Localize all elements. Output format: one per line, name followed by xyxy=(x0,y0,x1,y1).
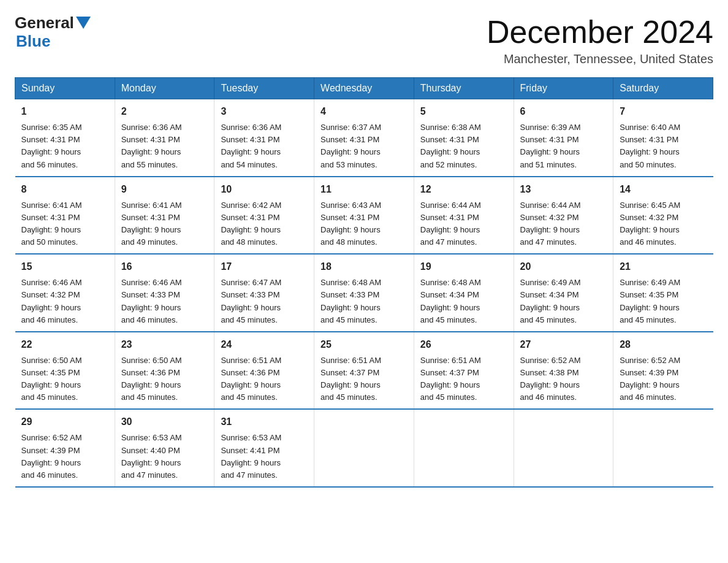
header-day-tuesday: Tuesday xyxy=(214,78,314,99)
calendar-day-cell: 27Sunrise: 6:52 AMSunset: 4:38 PMDayligh… xyxy=(514,332,613,410)
calendar-week-row: 8Sunrise: 6:41 AMSunset: 4:31 PMDaylight… xyxy=(15,177,713,255)
calendar-day-cell: 14Sunrise: 6:45 AMSunset: 4:32 PMDayligh… xyxy=(613,177,713,255)
calendar-day-cell: 2Sunrise: 6:36 AMSunset: 4:31 PMDaylight… xyxy=(115,99,214,177)
calendar-day-cell: 15Sunrise: 6:46 AMSunset: 4:32 PMDayligh… xyxy=(15,254,115,332)
day-info: Sunrise: 6:41 AMSunset: 4:31 PMDaylight:… xyxy=(21,199,108,249)
day-number: 7 xyxy=(620,104,707,119)
calendar-week-row: 1Sunrise: 6:35 AMSunset: 4:31 PMDaylight… xyxy=(15,99,713,177)
day-number: 19 xyxy=(420,259,507,274)
calendar-day-cell: 24Sunrise: 6:51 AMSunset: 4:36 PMDayligh… xyxy=(214,332,314,410)
header-day-saturday: Saturday xyxy=(613,78,713,99)
calendar-day-cell: 8Sunrise: 6:41 AMSunset: 4:31 PMDaylight… xyxy=(15,177,115,255)
day-number: 5 xyxy=(420,104,507,119)
day-number: 3 xyxy=(221,104,308,119)
day-number: 10 xyxy=(221,182,308,197)
day-info: Sunrise: 6:48 AMSunset: 4:33 PMDaylight:… xyxy=(320,277,408,326)
calendar-day-cell: 30Sunrise: 6:53 AMSunset: 4:40 PMDayligh… xyxy=(115,409,214,487)
day-number: 8 xyxy=(21,182,108,197)
calendar-day-cell xyxy=(514,409,613,487)
day-number: 11 xyxy=(320,182,408,197)
calendar-day-cell: 20Sunrise: 6:49 AMSunset: 4:34 PMDayligh… xyxy=(514,254,613,332)
calendar-day-cell: 28Sunrise: 6:52 AMSunset: 4:39 PMDayligh… xyxy=(613,332,713,410)
calendar-day-cell: 10Sunrise: 6:42 AMSunset: 4:31 PMDayligh… xyxy=(214,177,314,255)
day-number: 9 xyxy=(121,182,208,197)
calendar-week-row: 22Sunrise: 6:50 AMSunset: 4:35 PMDayligh… xyxy=(15,332,713,410)
day-info: Sunrise: 6:41 AMSunset: 4:31 PMDaylight:… xyxy=(121,199,208,249)
day-number: 13 xyxy=(520,182,607,197)
day-number: 25 xyxy=(320,337,408,352)
day-info: Sunrise: 6:53 AMSunset: 4:41 PMDaylight:… xyxy=(221,432,308,481)
day-info: Sunrise: 6:40 AMSunset: 4:31 PMDaylight:… xyxy=(620,121,707,171)
day-number: 1 xyxy=(21,104,108,119)
day-info: Sunrise: 6:51 AMSunset: 4:37 PMDaylight:… xyxy=(420,354,507,404)
header-day-monday: Monday xyxy=(115,78,214,99)
day-info: Sunrise: 6:50 AMSunset: 4:36 PMDaylight:… xyxy=(121,354,208,404)
day-info: Sunrise: 6:46 AMSunset: 4:32 PMDaylight:… xyxy=(21,277,108,326)
day-number: 22 xyxy=(21,337,108,352)
day-info: Sunrise: 6:35 AMSunset: 4:31 PMDaylight:… xyxy=(21,121,108,171)
calendar-day-cell: 17Sunrise: 6:47 AMSunset: 4:33 PMDayligh… xyxy=(214,254,314,332)
calendar-day-cell: 12Sunrise: 6:44 AMSunset: 4:31 PMDayligh… xyxy=(414,177,514,255)
calendar-day-cell: 21Sunrise: 6:49 AMSunset: 4:35 PMDayligh… xyxy=(613,254,713,332)
day-info: Sunrise: 6:45 AMSunset: 4:32 PMDaylight:… xyxy=(620,199,707,249)
calendar-day-cell: 23Sunrise: 6:50 AMSunset: 4:36 PMDayligh… xyxy=(115,332,214,410)
calendar-day-cell: 3Sunrise: 6:36 AMSunset: 4:31 PMDaylight… xyxy=(214,99,314,177)
header-day-sunday: Sunday xyxy=(15,78,115,99)
day-info: Sunrise: 6:42 AMSunset: 4:31 PMDaylight:… xyxy=(221,199,308,249)
calendar-day-cell: 18Sunrise: 6:48 AMSunset: 4:33 PMDayligh… xyxy=(314,254,414,332)
calendar-day-cell: 22Sunrise: 6:50 AMSunset: 4:35 PMDayligh… xyxy=(15,332,115,410)
calendar-day-cell: 7Sunrise: 6:40 AMSunset: 4:31 PMDaylight… xyxy=(613,99,713,177)
calendar-header: SundayMondayTuesdayWednesdayThursdayFrid… xyxy=(15,78,713,99)
day-number: 30 xyxy=(121,415,208,429)
day-info: Sunrise: 6:37 AMSunset: 4:31 PMDaylight:… xyxy=(320,121,408,171)
calendar-day-cell: 6Sunrise: 6:39 AMSunset: 4:31 PMDaylight… xyxy=(514,99,613,177)
calendar-day-cell: 26Sunrise: 6:51 AMSunset: 4:37 PMDayligh… xyxy=(414,332,514,410)
calendar-week-row: 15Sunrise: 6:46 AMSunset: 4:32 PMDayligh… xyxy=(15,254,713,332)
calendar-day-cell: 1Sunrise: 6:35 AMSunset: 4:31 PMDaylight… xyxy=(15,99,115,177)
day-number: 21 xyxy=(620,259,707,274)
day-number: 12 xyxy=(420,182,507,197)
day-info: Sunrise: 6:36 AMSunset: 4:31 PMDaylight:… xyxy=(121,121,208,171)
calendar-day-cell: 25Sunrise: 6:51 AMSunset: 4:37 PMDayligh… xyxy=(314,332,414,410)
day-info: Sunrise: 6:36 AMSunset: 4:31 PMDaylight:… xyxy=(221,121,308,171)
day-info: Sunrise: 6:53 AMSunset: 4:40 PMDaylight:… xyxy=(121,432,208,481)
day-info: Sunrise: 6:51 AMSunset: 4:36 PMDaylight:… xyxy=(221,354,308,404)
day-info: Sunrise: 6:39 AMSunset: 4:31 PMDaylight:… xyxy=(520,121,607,171)
day-number: 4 xyxy=(320,104,408,119)
day-info: Sunrise: 6:51 AMSunset: 4:37 PMDaylight:… xyxy=(320,354,408,404)
day-number: 27 xyxy=(520,337,607,352)
day-number: 16 xyxy=(121,259,208,274)
day-info: Sunrise: 6:49 AMSunset: 4:34 PMDaylight:… xyxy=(520,277,607,326)
calendar-day-cell: 4Sunrise: 6:37 AMSunset: 4:31 PMDaylight… xyxy=(314,99,414,177)
day-number: 15 xyxy=(21,259,108,274)
day-info: Sunrise: 6:46 AMSunset: 4:33 PMDaylight:… xyxy=(121,277,208,326)
logo: General Blue xyxy=(15,15,93,51)
calendar-day-cell: 9Sunrise: 6:41 AMSunset: 4:31 PMDaylight… xyxy=(115,177,214,255)
day-info: Sunrise: 6:47 AMSunset: 4:33 PMDaylight:… xyxy=(221,277,308,326)
day-info: Sunrise: 6:50 AMSunset: 4:35 PMDaylight:… xyxy=(21,354,108,404)
logo-triangle-icon xyxy=(76,17,91,29)
logo-blue-text: Blue xyxy=(15,32,50,51)
calendar-day-cell xyxy=(314,409,414,487)
day-number: 31 xyxy=(221,415,308,429)
calendar-day-cell: 11Sunrise: 6:43 AMSunset: 4:31 PMDayligh… xyxy=(314,177,414,255)
day-number: 17 xyxy=(221,259,308,274)
day-number: 2 xyxy=(121,104,208,119)
day-info: Sunrise: 6:44 AMSunset: 4:31 PMDaylight:… xyxy=(420,199,507,249)
day-number: 6 xyxy=(520,104,607,119)
calendar-day-cell: 31Sunrise: 6:53 AMSunset: 4:41 PMDayligh… xyxy=(214,409,314,487)
calendar-day-cell: 19Sunrise: 6:48 AMSunset: 4:34 PMDayligh… xyxy=(414,254,514,332)
day-number: 23 xyxy=(121,337,208,352)
day-info: Sunrise: 6:38 AMSunset: 4:31 PMDaylight:… xyxy=(420,121,507,171)
day-info: Sunrise: 6:48 AMSunset: 4:34 PMDaylight:… xyxy=(420,277,507,326)
calendar-week-row: 29Sunrise: 6:52 AMSunset: 4:39 PMDayligh… xyxy=(15,409,713,487)
header-day-wednesday: Wednesday xyxy=(314,78,414,99)
header-day-friday: Friday xyxy=(514,78,613,99)
day-number: 24 xyxy=(221,337,308,352)
day-number: 26 xyxy=(420,337,507,352)
title-block: December 2024 Manchester, Tennessee, Uni… xyxy=(487,15,713,66)
page-header: General Blue December 2024 Manchester, T… xyxy=(15,15,713,66)
day-info: Sunrise: 6:43 AMSunset: 4:31 PMDaylight:… xyxy=(320,199,408,249)
calendar-day-cell: 5Sunrise: 6:38 AMSunset: 4:31 PMDaylight… xyxy=(414,99,514,177)
calendar-day-cell: 13Sunrise: 6:44 AMSunset: 4:32 PMDayligh… xyxy=(514,177,613,255)
